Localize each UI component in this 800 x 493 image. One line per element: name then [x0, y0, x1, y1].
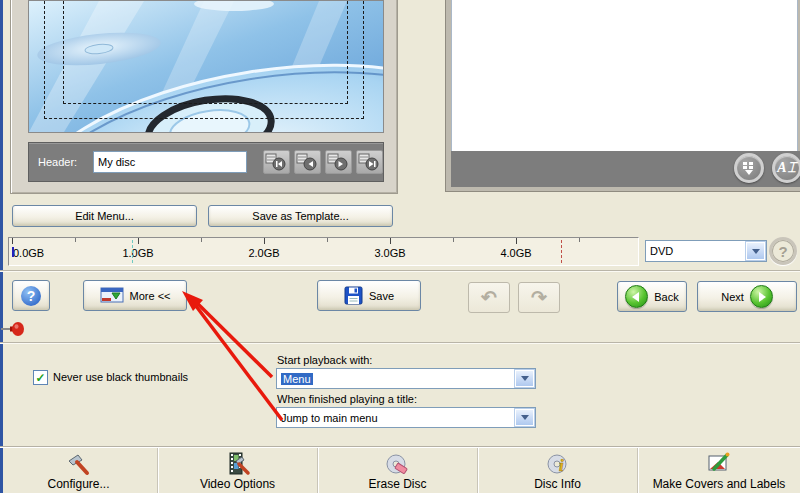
tick-label-0gb: 0.0GB — [13, 247, 44, 259]
separator — [0, 270, 800, 272]
chevron-down-icon — [521, 376, 529, 381]
tick-minor — [453, 238, 454, 242]
disc-format-value: DVD — [646, 241, 745, 261]
never-black-thumbnails-label: Never use black thumbnails — [53, 371, 188, 383]
tick-4gb — [516, 238, 517, 244]
tick-label-2gb: 2.0GB — [248, 247, 279, 259]
never-black-thumbnails-checkbox[interactable]: ✓ — [33, 370, 48, 385]
player-preview-screen[interactable] — [451, 0, 798, 153]
make-covers-labels-button[interactable]: Make Covers and Labels — [637, 448, 800, 493]
previous-menu-icon — [296, 152, 318, 171]
checkmark-icon: ✓ — [35, 373, 45, 383]
next-menu-button[interactable] — [325, 150, 352, 174]
thumbnail-grid-icon — [743, 162, 755, 174]
hammer-icon — [66, 452, 92, 476]
more-toggle-button[interactable]: More << — [83, 280, 187, 311]
save-as-template-button[interactable]: Save as Template... — [208, 205, 393, 227]
text-tool-button[interactable]: A⌶ — [772, 153, 800, 183]
more-button-label: More << — [130, 290, 171, 302]
tick-minor — [579, 238, 580, 242]
menu-nav-group — [259, 150, 383, 174]
back-button[interactable]: Back — [617, 281, 687, 312]
video-options-button[interactable]: Video Options — [157, 448, 317, 493]
text-tool-icon: A — [777, 160, 787, 176]
tick-1gb — [138, 238, 139, 244]
current-size-indicator — [12, 247, 14, 257]
safe-area-guide-inner — [63, 0, 348, 104]
text-cursor-icon: ⌶ — [787, 160, 796, 176]
edit-menu-button[interactable]: Edit Menu... — [12, 205, 197, 227]
start-playback-label: Start playback with: — [277, 354, 372, 366]
help-icon: ? — [21, 286, 41, 306]
dropdown-arrow-button[interactable] — [515, 409, 534, 426]
tick-label-4gb: 4.0GB — [500, 247, 531, 259]
menu-preview-panel: Header: — [10, 0, 398, 194]
video-options-label: Video Options — [200, 477, 275, 491]
window-left-edge — [0, 0, 3, 493]
tick-minor — [201, 238, 202, 242]
last-menu-button[interactable] — [356, 150, 383, 174]
erase-disc-label: Erase Disc — [368, 477, 426, 491]
last-menu-icon — [358, 152, 380, 171]
save-button[interactable]: Save — [317, 280, 421, 311]
after-title-dropdown[interactable]: Jump to main menu — [276, 407, 536, 428]
after-title-label: When finished playing a title: — [277, 393, 417, 405]
svg-text:i: i — [559, 456, 564, 475]
start-playback-dropdown[interactable]: Menu — [276, 368, 536, 389]
player-preview-toolbar: A⌶ — [451, 151, 800, 187]
menu-title-input[interactable] — [93, 151, 247, 173]
tick-3gb — [390, 238, 391, 244]
tick-2gb — [264, 238, 265, 244]
save-button-label: Save — [369, 290, 394, 302]
header-label: Header: — [38, 156, 93, 168]
tick-label-3gb: 3.0GB — [374, 247, 405, 259]
configure-label: Configure... — [47, 477, 109, 491]
menu-header-bar: Header: — [28, 142, 384, 182]
first-menu-icon — [265, 152, 287, 171]
make-covers-labels-label: Make Covers and Labels — [653, 477, 786, 491]
undo-button[interactable]: ↶ — [468, 282, 510, 313]
dropdown-arrow-button[interactable] — [515, 370, 534, 387]
capacity-help-button[interactable]: ? — [769, 237, 797, 265]
separator — [0, 342, 800, 344]
tick-minor — [327, 238, 328, 242]
application-window: Header: — [0, 0, 800, 493]
previous-menu-button[interactable] — [294, 150, 321, 174]
tick-label-1gb: 1.0GB — [122, 247, 153, 259]
next-arrow-icon — [750, 285, 773, 308]
disc-limit-marker — [561, 240, 562, 263]
dropdown-arrow-button[interactable] — [746, 242, 765, 260]
bottom-toolbar: Configure... Video Options — [0, 447, 800, 493]
player-preview-panel: A⌶ — [445, 0, 800, 192]
disc-format-dropdown[interactable]: DVD — [645, 240, 767, 262]
disc-capacity-meter: 0.0GB 1.0GB 2.0GB 3.0GB 4.0GB — [8, 237, 639, 266]
floppy-disk-icon — [344, 286, 363, 305]
back-button-label: Back — [654, 291, 678, 303]
project-size-marker — [132, 240, 133, 263]
configure-button[interactable]: Configure... — [0, 448, 157, 493]
cover-label-icon — [706, 452, 732, 476]
tick-minor — [75, 238, 76, 242]
disc-info-icon: i — [545, 452, 571, 476]
disc-info-label: Disc Info — [534, 477, 581, 491]
chevron-down-icon — [752, 249, 760, 254]
thumbnail-grid-button[interactable] — [734, 153, 764, 183]
next-button-label: Next — [721, 291, 744, 303]
pushpin-icon — [1, 320, 27, 338]
more-panel-icon — [100, 287, 124, 305]
disc-menu-preview[interactable] — [28, 0, 384, 133]
redo-button[interactable]: ↷ — [518, 282, 560, 313]
start-playback-value: Menu — [281, 373, 313, 385]
disc-info-button[interactable]: i Disc Info — [477, 448, 637, 493]
disc-eraser-icon — [385, 452, 411, 476]
back-arrow-icon — [625, 285, 648, 308]
next-menu-icon — [327, 152, 349, 171]
help-button[interactable]: ? — [12, 280, 50, 311]
tick-0gb — [12, 238, 13, 244]
film-hammer-icon — [225, 452, 251, 476]
erase-disc-button[interactable]: Erase Disc — [317, 448, 477, 493]
after-title-value: Jump to main menu — [277, 408, 514, 427]
first-menu-button[interactable] — [263, 150, 290, 174]
chevron-down-icon — [521, 415, 529, 420]
next-button[interactable]: Next — [697, 281, 797, 312]
